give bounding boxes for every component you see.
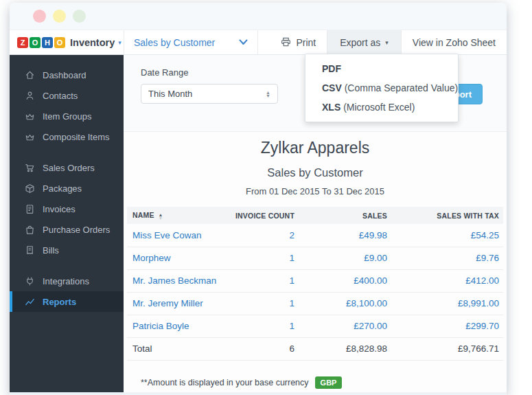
line-chart-icon: [25, 297, 35, 307]
view-in-zoho-sheet-button[interactable]: View in Zoho Sheet: [402, 30, 507, 54]
logo-letter: O: [54, 37, 65, 48]
customer-name-link[interactable]: Morphew: [127, 247, 223, 269]
chevron-down-icon: [239, 39, 248, 45]
format-code: CSV: [322, 82, 342, 93]
view-in-zoho-sheet-label: View in Zoho Sheet: [413, 37, 496, 48]
invoice-count-link[interactable]: 1: [223, 292, 299, 315]
column-header-invoice-count[interactable]: INVOICE COUNT: [223, 207, 299, 224]
sort-ascending-icon: ▲▼: [159, 213, 163, 220]
date-range-value: This Month: [148, 89, 192, 99]
close-window-button[interactable]: [33, 10, 46, 23]
customer-name-link[interactable]: Patricia Boyle: [127, 315, 223, 337]
sidebar-item-integrations[interactable]: Integrations: [10, 271, 124, 291]
column-header-name[interactable]: NAME▲▼: [127, 207, 223, 224]
sales-value: £49.98: [299, 224, 391, 247]
table-row: Miss Eve Cowan 2 £49.98 £54.25: [127, 224, 503, 247]
export-as-button[interactable]: Export as ▾: [327, 30, 402, 54]
report-title: Sales by Customer: [124, 166, 507, 179]
sales-with-tax-value: £8,991.00: [391, 292, 503, 315]
export-menu-item-csv[interactable]: CSV (Comma Separated Value): [305, 78, 458, 98]
export-as-label: Export as: [340, 37, 380, 48]
sidebar-item-label: Purchase Orders: [43, 225, 110, 235]
total-sales: £8,828.98: [299, 337, 391, 360]
sales-by-customer-table: NAME▲▼ INVOICE COUNT SALES SALES WITH TA…: [127, 207, 503, 361]
sidebar-item-contacts[interactable]: Contacts: [10, 85, 124, 106]
format-code: XLS: [322, 102, 340, 113]
export-dropdown-menu: PDF CSV (Comma Separated Value) XLS (Mic…: [305, 54, 459, 122]
customer-name-link[interactable]: Miss Eve Cowan: [127, 224, 223, 247]
integration-plug-icon: [25, 276, 35, 286]
format-desc: (Microsoft Excel): [343, 102, 415, 113]
window-bottom-edge: [10, 392, 507, 395]
sales-value: £9.00: [299, 247, 391, 269]
package-box-icon: [25, 183, 35, 194]
product-name: Inventory: [70, 37, 115, 48]
sidebar-item-label: Composite Items: [43, 132, 110, 142]
crown-icon: [25, 111, 35, 122]
sidebar-item-invoices[interactable]: Invoices: [10, 199, 124, 219]
report-section: Zylkar Apparels Sales by Customer From 0…: [124, 132, 507, 392]
report-period: From 01 Dec 2015 To 31 Dec 2015: [124, 186, 507, 196]
format-code: PDF: [322, 63, 341, 74]
crown-icon: [25, 132, 35, 142]
sidebar-item-composite-items[interactable]: Composite Items: [10, 126, 124, 147]
invoice-count-link[interactable]: 1: [223, 269, 299, 292]
home-icon: [25, 70, 35, 80]
sales-value: £400.00: [299, 269, 391, 292]
customer-name-link[interactable]: Mr. Jeremy Miller: [127, 292, 223, 315]
column-header-sales-with-tax[interactable]: SALES WITH TAX: [391, 207, 503, 224]
date-range-select[interactable]: This Month ▲▼: [141, 84, 278, 104]
note-text: **Amount is displayed in your base curre…: [141, 378, 309, 387]
sales-with-tax-value: £412.00: [391, 269, 503, 292]
header-nav: Sales by Customer Print Export as ▾ Vie: [124, 30, 507, 54]
sidebar-item-label: Packages: [43, 183, 82, 194]
sidebar-item-reports[interactable]: Reports: [10, 291, 124, 312]
zoho-inventory-logo[interactable]: Z O H O Inventory ▾: [10, 30, 124, 54]
sidebar-item-label: Invoices: [43, 204, 76, 214]
table-row: Mr. Jeremy Miller 1 £8,100.00 £8,991.00: [127, 292, 503, 315]
print-button[interactable]: Print: [270, 30, 327, 54]
logo-letter: H: [42, 37, 53, 48]
sidebar-item-item-groups[interactable]: Item Groups: [10, 106, 124, 126]
header-spacer: [258, 30, 270, 54]
customer-name-link[interactable]: Mr. James Beckman: [127, 269, 223, 292]
app-window: Z O H O Inventory ▾ Sales by Customer: [10, 3, 507, 395]
report-selector-dropdown[interactable]: Sales by Customer: [124, 30, 258, 54]
export-menu-item-xls[interactable]: XLS (Microsoft Excel): [305, 98, 458, 117]
total-label: Total: [127, 337, 223, 360]
total-sales-with-tax: £9,766.71: [391, 337, 503, 360]
person-icon: [25, 91, 35, 101]
sales-with-tax-value: £9.76: [391, 247, 503, 269]
format-desc: (Comma Separated Value): [345, 82, 458, 93]
sidebar-item-sales-orders[interactable]: Sales Orders: [10, 157, 124, 178]
invoice-count-link[interactable]: 2: [223, 224, 299, 247]
cart-icon: [25, 163, 35, 173]
sidebar-item-packages[interactable]: Packages: [10, 178, 124, 199]
company-name: Zylkar Apparels: [124, 139, 507, 157]
chevron-down-icon: ▾: [118, 39, 122, 46]
total-invoice-count: 6: [223, 337, 299, 360]
sidebar-item-purchase-orders[interactable]: Purchase Orders: [10, 219, 124, 240]
invoice-count-link[interactable]: 1: [223, 315, 299, 337]
sidebar-item-bills[interactable]: Bills: [10, 240, 124, 260]
logo-letter: O: [30, 37, 41, 48]
receipt-icon: [25, 245, 35, 256]
sidebar-item-label: Bills: [43, 245, 59, 256]
base-currency-note: **Amount is displayed in your base curre…: [141, 376, 507, 389]
table-row: Mr. James Beckman 1 £400.00 £412.00: [127, 269, 503, 292]
sidebar-item-label: Sales Orders: [43, 163, 95, 173]
window-titlebar: [10, 3, 507, 30]
sales-with-tax-value: £299.70: [391, 315, 503, 337]
select-spinner-icon: ▲▼: [266, 91, 270, 98]
sidebar-item-dashboard[interactable]: Dashboard: [10, 65, 124, 85]
shopping-bag-icon: [25, 225, 35, 235]
table-row: Morphew 1 £9.00 £9.76: [127, 247, 503, 269]
column-header-sales[interactable]: SALES: [299, 207, 391, 224]
invoice-count-link[interactable]: 1: [223, 247, 299, 269]
sales-with-tax-value: £54.25: [391, 224, 503, 247]
export-menu-item-pdf[interactable]: PDF: [305, 59, 458, 78]
maximize-window-button[interactable]: [73, 10, 86, 23]
report-selector-label: Sales by Customer: [134, 37, 215, 48]
table-total-row: Total 6 £8,828.98 £9,766.71: [127, 337, 503, 360]
minimize-window-button[interactable]: [53, 10, 66, 23]
